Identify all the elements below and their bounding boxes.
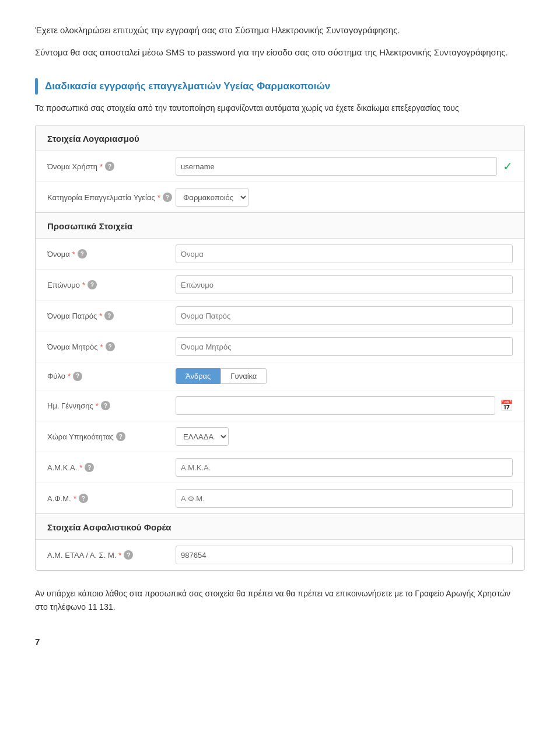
mother-name-help-icon[interactable]: ? xyxy=(106,342,115,351)
etaa-label: Α.Μ. ΕΤΑΑ / Α. Σ. Μ. * ? xyxy=(47,550,176,560)
username-check-icon: ✓ xyxy=(503,159,513,173)
category-select[interactable]: Φαρμακοποιός xyxy=(176,188,249,207)
account-section-title: Στοιχεία Λογαριασμού xyxy=(36,125,524,151)
first-name-input[interactable] xyxy=(176,244,513,263)
section-title: Διαδικασία εγγραφής επαγγελματιών Υγείας… xyxy=(45,81,330,92)
gender-female-button[interactable]: Γυναίκα xyxy=(220,368,267,384)
footer-text: Αν υπάρχει κάποιο λάθος στα προσωπικά σα… xyxy=(35,587,525,613)
category-dropdown-wrapper: Φαρμακοποιός xyxy=(176,188,249,207)
username-row: Όνομα Χρήστη * ? ✓ xyxy=(36,151,524,182)
father-name-label: Όνομα Πατρός * ? xyxy=(47,311,176,320)
intro-block: Έχετε ολοκληρώσει επιτυχώς την εγγραφή σ… xyxy=(35,23,525,60)
calendar-icon[interactable]: 📅 xyxy=(500,399,513,412)
afm-input[interactable] xyxy=(176,489,513,508)
birth-label: Ημ. Γέννησης * ? xyxy=(47,401,176,410)
form-card: Στοιχεία Λογαριασμού Όνομα Χρήστη * ? ✓ … xyxy=(35,125,525,571)
username-help-icon[interactable]: ? xyxy=(105,162,114,171)
gender-toggle: Άνδρας Γυναίκα xyxy=(176,368,267,384)
account-section: Στοιχεία Λογαριασμού Όνομα Χρήστη * ? ✓ … xyxy=(36,125,524,213)
amka-input[interactable] xyxy=(176,458,513,477)
amka-help-icon[interactable]: ? xyxy=(85,463,94,472)
page-number: 7 xyxy=(35,637,525,647)
gender-row: Φύλο * ? Άνδρας Γυναίκα xyxy=(36,362,524,390)
father-name-input[interactable] xyxy=(176,306,513,325)
father-name-row: Όνομα Πατρός * ? xyxy=(36,301,524,331)
father-name-help-icon[interactable]: ? xyxy=(104,311,114,320)
personal-section: Προσωπικά Στοιχεία Όνομα * ? Επώνυμο * ?… xyxy=(36,213,524,514)
afm-row: Α.Φ.Μ. * ? xyxy=(36,483,524,514)
gender-label: Φύλο * ? xyxy=(47,372,176,381)
first-name-help-icon[interactable]: ? xyxy=(78,249,87,259)
etaa-row: Α.Μ. ΕΤΑΑ / Α. Σ. Μ. * ? xyxy=(36,540,524,570)
insurance-section: Στοιχεία Ασφαλιστικού Φορέα Α.Μ. ΕΤΑΑ / … xyxy=(36,514,524,570)
mother-name-row: Όνομα Μητρός * ? xyxy=(36,331,524,362)
first-name-label: Όνομα * ? xyxy=(47,249,176,259)
afm-label: Α.Φ.Μ. * ? xyxy=(47,494,176,503)
mother-name-label: Όνομα Μητρός * ? xyxy=(47,342,176,351)
birth-date-wrapper: 📅 xyxy=(176,396,513,415)
etaa-input[interactable] xyxy=(176,546,513,564)
last-name-help-icon[interactable]: ? xyxy=(88,280,97,289)
first-name-row: Όνομα * ? xyxy=(36,239,524,270)
insurance-section-title: Στοιχεία Ασφαλιστικού Φορέα xyxy=(36,514,524,540)
birth-date-input[interactable] xyxy=(176,396,495,415)
birth-help-icon[interactable]: ? xyxy=(101,401,110,410)
personal-section-title: Προσωπικά Στοιχεία xyxy=(36,213,524,239)
category-label: Κατηγορία Επαγγελματία Υγείας * ? xyxy=(47,193,176,202)
country-label: Χώρα Υπηκοότητας ? xyxy=(47,432,176,441)
last-name-input[interactable] xyxy=(176,275,513,294)
etaa-help-icon[interactable]: ? xyxy=(124,550,133,560)
amka-row: Α.Μ.Κ.Α. * ? xyxy=(36,452,524,483)
country-help-icon[interactable]: ? xyxy=(116,432,125,441)
section-bar xyxy=(35,78,38,95)
mother-name-input[interactable] xyxy=(176,337,513,356)
last-name-row: Επώνυμο * ? xyxy=(36,270,524,301)
intro-line1: Έχετε ολοκληρώσει επιτυχώς την εγγραφή σ… xyxy=(35,23,525,37)
gender-help-icon[interactable]: ? xyxy=(73,372,82,381)
username-input[interactable] xyxy=(176,157,497,176)
country-select[interactable]: ΕΛΛΑΔΑ xyxy=(176,427,229,446)
gender-male-button[interactable]: Άνδρας xyxy=(176,368,220,384)
country-dropdown-wrapper: ΕΛΛΑΔΑ xyxy=(176,427,229,446)
birth-row: Ημ. Γέννησης * ? 📅 xyxy=(36,390,524,421)
section-description: Τα προσωπικά σας στοιχεία από την ταυτοπ… xyxy=(35,102,525,114)
section-header: Διαδικασία εγγραφής επαγγελματιών Υγείας… xyxy=(35,78,525,95)
category-row: Κατηγορία Επαγγελματία Υγείας * ? Φαρμακ… xyxy=(36,182,524,212)
country-row: Χώρα Υπηκοότητας ? ΕΛΛΑΔΑ xyxy=(36,421,524,452)
last-name-label: Επώνυμο * ? xyxy=(47,280,176,289)
afm-help-icon[interactable]: ? xyxy=(79,494,88,503)
username-label: Όνομα Χρήστη * ? xyxy=(47,162,176,171)
amka-label: Α.Μ.Κ.Α. * ? xyxy=(47,463,176,472)
category-help-icon[interactable]: ? xyxy=(163,193,172,202)
intro-line2: Σύντομα θα σας αποσταλεί μέσω SMS το pas… xyxy=(35,46,525,60)
